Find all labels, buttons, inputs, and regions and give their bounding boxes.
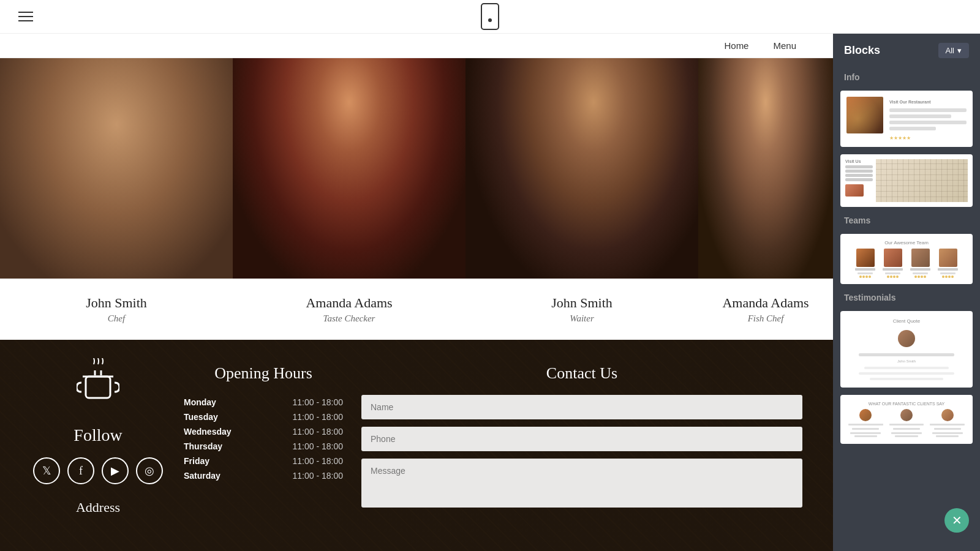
tb2-card-3 (928, 409, 967, 437)
hours-table: Monday 11:00 - 18:00 Tuesday 11:00 - 18:… (178, 395, 349, 483)
follow-column: Follow 𝕏 f ▶ ◎ Address (31, 358, 165, 533)
hours-time-friday: 11:00 - 18:00 (292, 456, 343, 466)
info-block-2[interactable]: Visit Us (840, 154, 973, 207)
follow-title: Follow (74, 425, 122, 445)
hours-time-thursday: 11:00 - 18:00 (292, 441, 343, 451)
mini-card-1 (853, 249, 878, 278)
team-card-photo-amanda-taste (233, 58, 466, 279)
restaurant-icon (77, 358, 119, 413)
team-card-amanda-fish: Amanda Adams Fish Chef (698, 58, 833, 340)
tb2-card-2 (888, 409, 926, 437)
social-icons: 𝕏 f ▶ ◎ (33, 457, 163, 484)
teams-block[interactable]: Our Awesome Team (840, 234, 973, 284)
team-card-john-waiter: John Smith Waiter (466, 58, 698, 340)
team-card-name-john-chef: John Smith (86, 295, 147, 311)
team-card-john-chef: John Smith Chef (0, 58, 233, 340)
testimonials-section-label: Testimonials (833, 288, 980, 307)
hours-row-thursday: Thursday 11:00 - 18:00 (178, 439, 349, 454)
hours-row-wednesday: Wednesday 11:00 - 18:00 (178, 424, 349, 439)
photo-john-waiter (466, 58, 698, 279)
team-card-amanda-taste: Amanda Adams Taste Checker (233, 58, 466, 340)
footer-content: Follow 𝕏 f ▶ ◎ Address Opening Hours Mon… (0, 340, 833, 551)
svg-rect-0 (86, 377, 110, 398)
hours-row-monday: Monday 11:00 - 18:00 (178, 395, 349, 410)
contact-column: Contact Us (361, 358, 802, 533)
testimonial-block-1[interactable]: Client Quote John Smith (840, 311, 973, 388)
top-bar (0, 0, 980, 34)
team-section: John Smith Chef Amanda Adams Taste Check… (0, 58, 833, 340)
tb2-card-1 (846, 409, 885, 437)
hours-day-wednesday: Wednesday (184, 427, 232, 437)
info-block-1[interactable]: Visit Our Restaurant ★★★★★ (840, 91, 973, 147)
contact-title: Contact Us (361, 364, 802, 383)
main-content: Home Menu John Smith Chef (0, 34, 980, 551)
team-card-info-amanda-taste: Amanda Adams Taste Checker (233, 279, 466, 340)
instagram-icon[interactable]: ◎ (136, 457, 163, 484)
hours-day-monday: Monday (184, 397, 216, 407)
photo-amanda-fish (698, 58, 833, 279)
contact-message-input[interactable] (361, 459, 802, 508)
hours-row-saturday: Saturday 11:00 - 18:00 (178, 468, 349, 483)
contact-phone-input[interactable] (361, 427, 802, 451)
teams-section-label: Teams (833, 211, 980, 230)
opening-hours-title: Opening Hours (214, 364, 312, 383)
contact-name-input[interactable] (361, 395, 802, 419)
close-button[interactable]: ✕ (944, 508, 969, 533)
mini-card-2 (880, 249, 906, 278)
team-card-name-amanda-fish: Amanda Adams (722, 295, 809, 311)
mini-card-4 (935, 249, 961, 278)
blocks-title: Blocks (844, 44, 880, 57)
website-preview: Home Menu John Smith Chef (0, 34, 833, 551)
all-button[interactable]: All ▾ (938, 43, 969, 58)
team-card-photo-amanda-fish (698, 58, 833, 279)
hours-time-saturday: 11:00 - 18:00 (292, 471, 343, 481)
nav-menu[interactable]: Menu (773, 40, 796, 51)
address-title: Address (76, 500, 120, 515)
team-card-name-amanda-taste: Amanda Adams (306, 295, 392, 311)
team-card-role-amanda-fish: Fish Chef (748, 313, 784, 324)
youtube-icon[interactable]: ▶ (102, 457, 129, 484)
blocks-sidebar: Blocks All ▾ Info Visit Our Restaurant (833, 34, 980, 551)
preview-nav: Home Menu (0, 34, 833, 58)
photo-john-chef (0, 58, 233, 279)
hours-row-friday: Friday 11:00 - 18:00 (178, 454, 349, 468)
mini-card-3 (908, 249, 933, 278)
hours-time-monday: 11:00 - 18:00 (292, 397, 343, 407)
footer-section: Follow 𝕏 f ▶ ◎ Address Opening Hours Mon… (0, 340, 833, 551)
hours-day-saturday: Saturday (184, 471, 221, 481)
hours-time-wednesday: 11:00 - 18:00 (292, 427, 343, 437)
team-card-info-john-chef: John Smith Chef (0, 279, 233, 340)
team-card-photo-john-chef (0, 58, 233, 279)
twitter-icon[interactable]: 𝕏 (33, 457, 60, 484)
team-cards: John Smith Chef Amanda Adams Taste Check… (0, 58, 833, 340)
team-card-name-john-waiter: John Smith (551, 295, 612, 311)
hours-day-friday: Friday (184, 456, 209, 466)
hours-row-tuesday: Tuesday 11:00 - 18:00 (178, 410, 349, 424)
team-card-info-john-waiter: John Smith Waiter (466, 279, 698, 340)
hamburger-menu[interactable] (18, 12, 33, 21)
hours-day-tuesday: Tuesday (184, 412, 218, 422)
blocks-header: Blocks All ▾ (833, 34, 980, 67)
phone-preview-icon[interactable] (481, 3, 499, 30)
info-section-label: Info (833, 67, 980, 87)
team-card-photo-john-waiter (466, 58, 698, 279)
hours-day-thursday: Thursday (184, 441, 222, 451)
facebook-icon[interactable]: f (67, 457, 94, 484)
opening-hours-column: Opening Hours Monday 11:00 - 18:00 Tuesd… (178, 358, 349, 533)
team-card-role-amanda-taste: Taste Checker (323, 313, 375, 324)
team-card-role-john-chef: Chef (108, 313, 125, 324)
photo-amanda-taste (233, 58, 466, 279)
team-card-role-john-waiter: Waiter (570, 313, 594, 324)
hours-time-tuesday: 11:00 - 18:00 (292, 412, 343, 422)
team-card-info-amanda-fish: Amanda Adams Fish Chef (698, 279, 833, 340)
testimonial-block-2[interactable]: WHAT OUR FANTASTIC CLIENTS SAY (840, 395, 973, 444)
nav-home[interactable]: Home (724, 40, 748, 51)
